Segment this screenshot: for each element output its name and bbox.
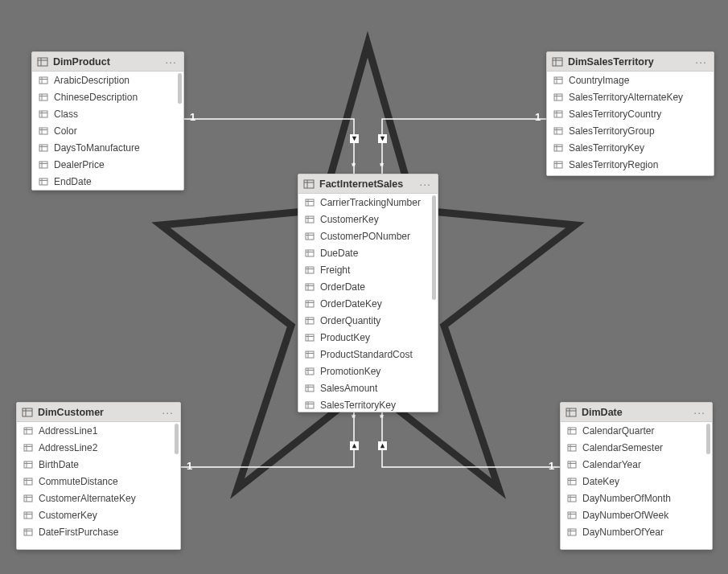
field-row[interactable]: DealerPrice: [32, 156, 183, 173]
column-icon: [305, 400, 315, 410]
field-row[interactable]: SalesTerritoryGroup: [547, 122, 714, 139]
scrollbar[interactable]: [175, 424, 179, 454]
cardinality-one: 1: [190, 111, 195, 123]
field-row[interactable]: CommuteDistance: [17, 473, 180, 490]
field-row[interactable]: SalesTerritoryKey: [298, 396, 438, 412]
field-row[interactable]: SalesAmount: [298, 379, 438, 396]
svg-rect-128: [568, 478, 576, 485]
table-header[interactable]: DimProduct ···: [32, 52, 183, 72]
scrollbar[interactable]: [178, 73, 182, 104]
table-factinternetsales[interactable]: FactInternetSales ··· CarrierTrackingNum…: [298, 174, 438, 412]
svg-rect-119: [568, 428, 576, 434]
table-dimproduct[interactable]: DimProduct ··· ArabicDescriptionChineseD…: [31, 51, 184, 191]
column-icon: [305, 265, 315, 275]
column-icon: [39, 177, 48, 187]
field-row[interactable]: CalendarQuarter: [561, 422, 712, 439]
column-icon: [305, 316, 315, 326]
field-row[interactable]: ChineseDescription: [32, 88, 183, 105]
table-icon: [37, 56, 48, 68]
column-icon: [567, 460, 577, 469]
column-icon: [305, 383, 315, 393]
more-options-icon[interactable]: ···: [163, 55, 179, 68]
table-header[interactable]: DimSalesTerritory ···: [547, 52, 714, 72]
svg-rect-32: [554, 77, 562, 84]
column-icon: [567, 527, 577, 537]
table-header[interactable]: DimCustomer ···: [17, 403, 180, 422]
field-row[interactable]: CustomerKey: [298, 211, 438, 228]
svg-rect-77: [306, 334, 314, 341]
table-dimdate[interactable]: DimDate ··· CalendarQuarterCalendarSemes…: [560, 402, 713, 550]
field-row[interactable]: DayNumberOfMonth: [561, 490, 712, 506]
field-row[interactable]: DayNumberOfWeek: [561, 506, 712, 523]
more-options-icon[interactable]: ···: [693, 55, 709, 68]
column-icon: [567, 426, 577, 436]
field-row[interactable]: SalesTerritoryCountry: [547, 105, 714, 122]
field-row[interactable]: DaysToManufacture: [32, 139, 183, 156]
svg-rect-11: [39, 94, 47, 100]
field-row[interactable]: Freight: [298, 261, 438, 278]
more-options-icon[interactable]: ···: [692, 406, 707, 419]
column-icon: [23, 426, 33, 436]
svg-rect-89: [306, 402, 314, 408]
field-row[interactable]: Color: [32, 122, 183, 139]
field-row[interactable]: CustomerKey: [17, 506, 180, 523]
column-icon: [305, 215, 315, 224]
svg-marker-4: [380, 444, 385, 448]
field-row[interactable]: PromotionKey: [298, 363, 438, 379]
field-name: ProductStandardCost: [320, 349, 413, 360]
field-name: ChineseDescription: [54, 92, 138, 103]
field-row[interactable]: EndDate: [32, 173, 183, 190]
field-name: PromotionKey: [320, 366, 380, 377]
field-name: SalesTerritoryRegion: [569, 159, 658, 170]
field-row[interactable]: SalesTerritoryRegion: [547, 156, 714, 173]
field-row[interactable]: AddressLine1: [17, 422, 180, 439]
more-options-icon[interactable]: ···: [417, 178, 433, 191]
field-row[interactable]: CalendarSemester: [561, 439, 712, 456]
svg-rect-92: [23, 408, 32, 416]
field-row[interactable]: DateKey: [561, 473, 712, 490]
field-row[interactable]: ProductKey: [298, 329, 438, 346]
table-dimcustomer[interactable]: DimCustomer ··· AddressLine1AddressLine2…: [16, 402, 181, 550]
svg-rect-110: [24, 512, 32, 519]
field-row[interactable]: DateFirstPurchase: [17, 523, 180, 540]
field-row[interactable]: CustomerPONumber: [298, 228, 438, 244]
svg-rect-86: [306, 385, 314, 392]
field-row[interactable]: ProductStandardCost: [298, 346, 438, 363]
field-row[interactable]: Class: [32, 105, 183, 122]
scrollbar[interactable]: [706, 424, 710, 454]
table-title: FactInternetSales: [319, 178, 417, 190]
svg-rect-38: [554, 111, 562, 117]
table-dimsalesterritory[interactable]: DimSalesTerritory ··· CountryImageSalesT…: [546, 51, 714, 176]
field-row[interactable]: SalesTerritoryAlternateKey: [547, 88, 714, 105]
table-header[interactable]: DimDate ···: [561, 403, 712, 422]
field-row[interactable]: DayNumberOfYear: [561, 523, 712, 540]
field-row[interactable]: BirthDate: [17, 456, 180, 473]
svg-rect-50: [304, 180, 314, 188]
field-name: CommuteDistance: [39, 476, 118, 487]
svg-rect-26: [39, 178, 47, 185]
field-name: EndDate: [54, 176, 92, 187]
field-row[interactable]: CustomerAlternateKey: [17, 490, 180, 506]
table-header[interactable]: FactInternetSales ···: [298, 174, 438, 194]
field-row[interactable]: AddressLine2: [17, 439, 180, 456]
field-row[interactable]: ArabicDescription: [32, 72, 183, 88]
field-row[interactable]: CarrierTrackingNumber: [298, 194, 438, 211]
scrollbar[interactable]: [432, 195, 436, 300]
more-options-icon[interactable]: ···: [160, 406, 175, 419]
field-name: DayNumberOfMonth: [582, 493, 671, 504]
field-row[interactable]: OrderDateKey: [298, 295, 438, 312]
field-name: BirthDate: [39, 459, 79, 470]
field-row[interactable]: OrderDate: [298, 278, 438, 295]
field-name: SalesTerritoryKey: [569, 142, 644, 154]
field-name: SalesTerritoryCountry: [569, 109, 661, 120]
svg-rect-137: [568, 529, 576, 535]
field-row[interactable]: DueDate: [298, 244, 438, 261]
field-name: CustomerKey: [39, 510, 97, 521]
field-row[interactable]: OrderQuantity: [298, 312, 438, 329]
column-icon: [305, 248, 315, 258]
table-icon: [552, 56, 563, 68]
table-title: DimDate: [582, 407, 692, 418]
field-row[interactable]: CalendarYear: [561, 456, 712, 473]
field-row[interactable]: SalesTerritoryKey: [547, 139, 714, 156]
field-row[interactable]: CountryImage: [547, 72, 714, 88]
